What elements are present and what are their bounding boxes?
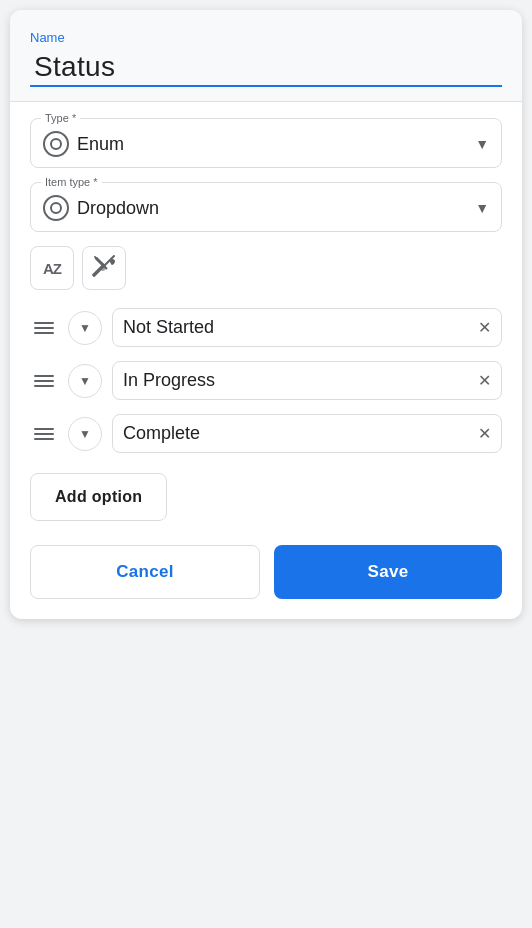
icons-row: AZ	[30, 246, 502, 290]
az-icon: AZ	[43, 260, 61, 277]
option-input[interactable]	[123, 423, 472, 444]
item-type-value: Dropdown	[77, 198, 467, 219]
type-dropdown-arrow: ▼	[475, 136, 489, 152]
item-type-field[interactable]: Item type * Dropdown ▼	[30, 182, 502, 232]
save-button[interactable]: Save	[274, 545, 502, 599]
no-color-icon	[92, 254, 116, 283]
color-picker-button[interactable]: ▼	[68, 311, 102, 345]
chevron-down-icon: ▼	[79, 427, 91, 441]
name-section: Name	[10, 10, 522, 102]
option-input-wrapper: ✕	[112, 414, 502, 453]
option-input[interactable]	[123, 370, 472, 391]
option-input-wrapper: ✕	[112, 308, 502, 347]
clear-option-icon[interactable]: ✕	[478, 371, 491, 390]
sort-az-button[interactable]: AZ	[30, 246, 74, 290]
type-value: Enum	[77, 134, 467, 155]
option-row: ▼ ✕	[30, 308, 502, 347]
option-row: ▼ ✕	[30, 414, 502, 453]
add-option-button[interactable]: Add option	[30, 473, 167, 521]
type-circle-icon	[43, 131, 69, 157]
option-input[interactable]	[123, 317, 472, 338]
drag-handle[interactable]	[30, 318, 58, 338]
form-card: Name Type * Enum ▼ Item type * Dropdown …	[10, 10, 522, 619]
item-type-label: Item type *	[41, 176, 102, 188]
clear-option-icon[interactable]: ✕	[478, 424, 491, 443]
options-list: ▼ ✕ ▼ ✕ ▼	[30, 308, 502, 453]
color-picker-button[interactable]: ▼	[68, 364, 102, 398]
option-row: ▼ ✕	[30, 361, 502, 400]
drag-handle[interactable]	[30, 371, 58, 391]
clear-option-icon[interactable]: ✕	[478, 318, 491, 337]
bottom-buttons: Cancel Save	[30, 545, 502, 599]
drag-handle[interactable]	[30, 424, 58, 444]
item-type-circle-icon	[43, 195, 69, 221]
name-label: Name	[30, 30, 502, 45]
chevron-down-icon: ▼	[79, 321, 91, 335]
name-input[interactable]	[30, 49, 502, 87]
no-color-button[interactable]	[82, 246, 126, 290]
option-input-wrapper: ✕	[112, 361, 502, 400]
cancel-button[interactable]: Cancel	[30, 545, 260, 599]
item-type-select-row: Dropdown ▼	[43, 195, 489, 221]
type-field[interactable]: Type * Enum ▼	[30, 118, 502, 168]
item-type-dropdown-arrow: ▼	[475, 200, 489, 216]
type-select-row: Enum ▼	[43, 131, 489, 157]
color-picker-button[interactable]: ▼	[68, 417, 102, 451]
type-label: Type *	[41, 112, 80, 124]
form-body: Type * Enum ▼ Item type * Dropdown ▼ AZ	[10, 102, 522, 619]
chevron-down-icon: ▼	[79, 374, 91, 388]
